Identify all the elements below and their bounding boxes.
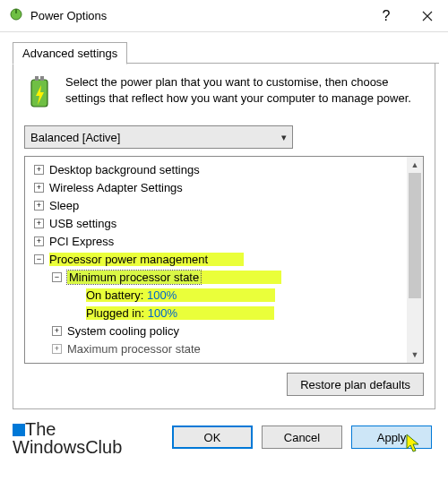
scroll-up-icon[interactable]: ▲ — [407, 157, 423, 173]
power-plan-selected: Balanced [Active] — [30, 131, 120, 144]
expand-icon[interactable]: + — [34, 165, 44, 175]
setting-on-battery[interactable]: On battery: 100% — [27, 286, 405, 304]
tree-item[interactable]: +Wireless Adapter Settings — [27, 178, 405, 196]
watermark-square-icon — [13, 424, 25, 436]
chevron-down-icon: ▾ — [281, 132, 287, 143]
scroll-down-icon[interactable]: ▼ — [407, 347, 423, 363]
expand-icon[interactable]: + — [34, 219, 44, 228]
info-block: Select the power plan that you want to c… — [24, 74, 424, 113]
tabstrip: Advanced settings — [0, 32, 448, 64]
titlebar: Power Options ? — [0, 0, 448, 32]
info-text: Select the power plan that you want to c… — [65, 74, 424, 113]
dialog-footer: The WindowsClub OK Cancel Apply — [0, 418, 448, 465]
scroll-track[interactable] — [407, 173, 423, 347]
tree-item-processor[interactable]: −Processor power management — [27, 250, 405, 268]
tree-item[interactable]: +Sleep — [27, 196, 405, 214]
expand-icon[interactable]: + — [52, 344, 62, 354]
scrollbar[interactable]: ▲ ▼ — [407, 157, 423, 363]
expand-icon[interactable]: + — [34, 201, 44, 211]
window-title: Power Options — [30, 9, 366, 22]
tree-item[interactable]: +Desktop background settings — [27, 160, 405, 178]
collapse-icon[interactable]: − — [34, 254, 44, 264]
settings-tree: +Desktop background settings +Wireless A… — [24, 156, 424, 364]
apply-button[interactable]: Apply — [351, 426, 432, 449]
power-plan-dropdown[interactable]: Balanced [Active] ▾ — [24, 125, 293, 149]
help-button[interactable]: ? — [366, 0, 407, 32]
expand-icon[interactable]: + — [34, 236, 44, 246]
svg-rect-3 — [35, 76, 39, 81]
collapse-icon[interactable]: − — [52, 272, 62, 282]
settings-panel: Select the power plan that you want to c… — [13, 64, 435, 409]
power-options-icon — [9, 7, 23, 24]
watermark: The WindowsClub — [13, 420, 122, 456]
tab-advanced-settings[interactable]: Advanced settings — [13, 42, 127, 64]
restore-defaults-button[interactable]: Restore plan defaults — [287, 373, 424, 396]
cancel-button[interactable]: Cancel — [262, 426, 342, 449]
tree-item[interactable]: +PCI Express — [27, 232, 405, 250]
tree-item-cooling[interactable]: +System cooling policy — [27, 322, 405, 340]
battery-icon — [24, 74, 55, 113]
svg-rect-4 — [40, 76, 44, 81]
svg-rect-1 — [15, 9, 17, 13]
tree-item[interactable]: +USB settings — [27, 214, 405, 232]
expand-icon[interactable]: + — [52, 326, 62, 336]
expand-icon[interactable]: + — [34, 183, 44, 193]
ok-button[interactable]: OK — [172, 426, 253, 449]
scroll-thumb[interactable] — [409, 173, 421, 298]
tree-item-min-processor-state[interactable]: −Minimum processor state — [27, 268, 405, 286]
tree-item-max-processor-state[interactable]: +Maximum processor state — [27, 340, 405, 357]
close-button[interactable] — [407, 0, 448, 32]
setting-plugged-in[interactable]: Plugged in: 100% — [27, 304, 405, 322]
